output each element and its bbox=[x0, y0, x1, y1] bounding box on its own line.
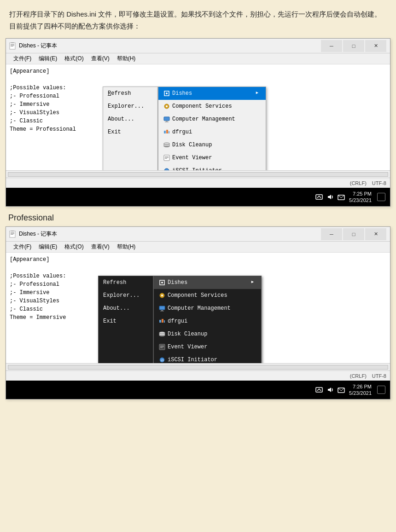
menu-view-1[interactable]: 查看(V) bbox=[87, 54, 113, 63]
ctx-disk-cleanup-2[interactable]: Disk Cleanup bbox=[154, 328, 261, 341]
minimize-button-2[interactable]: ─ bbox=[321, 228, 342, 240]
close-button-1[interactable]: ✕ bbox=[365, 40, 386, 52]
component-services-icon-2 bbox=[158, 292, 166, 299]
menu-edit-1[interactable]: 编辑(E) bbox=[35, 54, 61, 63]
dishes-icon-2 bbox=[158, 279, 166, 286]
svg-point-8 bbox=[166, 105, 168, 107]
ctx-exit-1[interactable]: Exit bbox=[103, 126, 157, 139]
intro-paragraph: 打开程序目录下的 Dishes.ini 文件，即可修改主题设置。如果找不到这个文… bbox=[0, 0, 396, 38]
menu-edit-2[interactable]: 编辑(E) bbox=[35, 243, 61, 251]
minimize-button-1[interactable]: ─ bbox=[321, 40, 342, 52]
title-bar-2: Dishes - 记事本 ─ □ ✕ bbox=[6, 227, 390, 242]
svg-text:iS: iS bbox=[165, 170, 169, 170]
svg-rect-20 bbox=[165, 157, 169, 158]
ctx-disk-cleanup-1[interactable]: Disk Cleanup bbox=[158, 139, 266, 151]
ctx-about-1[interactable]: About... bbox=[103, 113, 157, 126]
window-controls-1: ─ □ ✕ bbox=[321, 40, 386, 52]
notepad-icon-2 bbox=[9, 231, 16, 238]
event-viewer-icon-2 bbox=[158, 343, 166, 351]
title-text-1: Dishes - 记事本 bbox=[19, 42, 57, 50]
dishes-icon-1 bbox=[163, 90, 170, 97]
svg-rect-13 bbox=[166, 130, 168, 133]
menu-view-2[interactable]: 查看(V) bbox=[87, 243, 113, 251]
menu-format-2[interactable]: 格式(O) bbox=[61, 243, 87, 251]
svg-rect-41 bbox=[11, 233, 14, 234]
ctx-computer-management-2[interactable]: Computer Management bbox=[154, 302, 261, 315]
scroll-track-1 bbox=[8, 172, 388, 177]
menu-file-2[interactable]: 文件(F) bbox=[10, 243, 35, 251]
maximize-button-2[interactable]: □ bbox=[343, 228, 364, 240]
scroll-track-2 bbox=[8, 365, 388, 370]
ctx-component-services-2[interactable]: Component Services bbox=[154, 289, 261, 302]
svg-rect-49 bbox=[161, 310, 163, 311]
svg-rect-48 bbox=[159, 306, 165, 310]
menu-format-1[interactable]: 格式(O) bbox=[61, 54, 87, 63]
ctx-about-2[interactable]: About... bbox=[99, 302, 153, 315]
ctx-explorer-1[interactable]: Explorer... bbox=[103, 100, 157, 113]
svg-rect-2 bbox=[11, 45, 14, 46]
svg-rect-43 bbox=[11, 231, 14, 231]
network-icon-1 bbox=[337, 193, 345, 201]
scroll-bar-1[interactable] bbox=[6, 170, 390, 178]
scroll-bar-2[interactable] bbox=[6, 363, 390, 370]
maximize-button-1[interactable]: □ bbox=[343, 40, 364, 52]
status-crlf-2: (CRLF) bbox=[350, 373, 367, 379]
editor-area-1[interactable]: [Appearance] ;Possible values: ;- Profes… bbox=[6, 64, 390, 170]
svg-rect-19 bbox=[165, 156, 169, 157]
ctx-menu-left-1: Refresh Explorer... About... Exit bbox=[103, 87, 158, 170]
ctx-dfrgui-2[interactable]: dfrgui bbox=[154, 315, 261, 328]
computer-management-icon-2 bbox=[158, 305, 166, 312]
computer-management-icon-1 bbox=[163, 116, 170, 123]
svg-rect-58 bbox=[160, 346, 164, 346]
ctx-dfrgui-1[interactable]: dfrgui bbox=[158, 126, 266, 139]
svg-marker-35 bbox=[328, 195, 331, 199]
ctx-refresh-1[interactable]: Refresh bbox=[103, 87, 157, 100]
svg-rect-12 bbox=[164, 131, 166, 133]
ctx-component-services-1[interactable]: Component Services bbox=[158, 100, 266, 113]
ctx-menu-right-1: Dishes ▶ Component Services Computer Man… bbox=[158, 87, 266, 170]
ctx-iscsi-2[interactable]: iS iSCSI Initiator bbox=[154, 353, 261, 363]
context-menu-overlay-2: Refresh Explorer... About... Exit bbox=[98, 276, 262, 363]
menu-bar-2: 文件(F) 编辑(E) 格式(O) 查看(V) 帮助(H) bbox=[6, 242, 390, 253]
svg-point-47 bbox=[161, 295, 163, 296]
taskbar-2: 7:26 PM 5/23/2021 bbox=[6, 381, 390, 399]
ctx-exit-2[interactable]: Exit bbox=[99, 315, 153, 328]
notification-btn-1[interactable] bbox=[377, 193, 385, 201]
taskbar-time-2: 7:26 PM 5/23/2021 bbox=[349, 383, 372, 397]
svg-point-17 bbox=[164, 143, 169, 145]
close-button-2[interactable]: ✕ bbox=[365, 228, 386, 240]
taskbar-icons-2 bbox=[315, 386, 345, 394]
ctx-iscsi-1[interactable]: iS iSCSI Initiator bbox=[158, 164, 266, 170]
svg-rect-34 bbox=[316, 195, 322, 199]
status-encoding-1: UTF-8 bbox=[372, 180, 386, 186]
ctx-dishes-2[interactable]: Dishes ▶ bbox=[154, 276, 261, 289]
svg-rect-40 bbox=[11, 232, 14, 233]
svg-point-56 bbox=[159, 332, 165, 334]
svg-rect-50 bbox=[160, 311, 164, 312]
ctx-computer-management-1[interactable]: Computer Management bbox=[158, 113, 266, 126]
svg-rect-9 bbox=[164, 117, 169, 121]
ctx-event-viewer-1[interactable]: Event Viewer bbox=[158, 151, 266, 164]
theme-label-1: Professional bbox=[0, 207, 396, 226]
svg-rect-1 bbox=[11, 44, 14, 45]
iscsi-icon-2: iS bbox=[158, 356, 166, 363]
editor-area-2[interactable]: [Appearance] ;Possible values: ;- Profes… bbox=[6, 253, 390, 363]
menu-file-1[interactable]: 文件(F) bbox=[10, 54, 35, 63]
ctx-event-viewer-2[interactable]: Event Viewer bbox=[154, 341, 261, 353]
iscsi-icon-1: iS bbox=[163, 167, 170, 170]
svg-rect-21 bbox=[165, 158, 167, 159]
svg-line-77 bbox=[341, 388, 344, 391]
status-encoding-2: UTF-8 bbox=[372, 373, 386, 379]
event-viewer-icon-1 bbox=[163, 154, 170, 162]
ctx-dishes-1[interactable]: Dishes ▶ bbox=[158, 87, 266, 100]
notification-btn-2[interactable] bbox=[377, 386, 385, 394]
ctx-menu-left-2: Refresh Explorer... About... Exit bbox=[98, 276, 153, 363]
disk-cleanup-icon-2 bbox=[158, 330, 166, 338]
speaker-icon-1 bbox=[326, 193, 334, 201]
ctx-refresh-2[interactable]: Refresh bbox=[99, 276, 153, 289]
menu-help-2[interactable]: 帮助(H) bbox=[113, 243, 140, 251]
menu-help-1[interactable]: 帮助(H) bbox=[113, 54, 140, 63]
ctx-explorer-2[interactable]: Explorer... bbox=[99, 289, 153, 302]
svg-point-6 bbox=[166, 93, 168, 94]
svg-text:iS: iS bbox=[160, 359, 164, 362]
